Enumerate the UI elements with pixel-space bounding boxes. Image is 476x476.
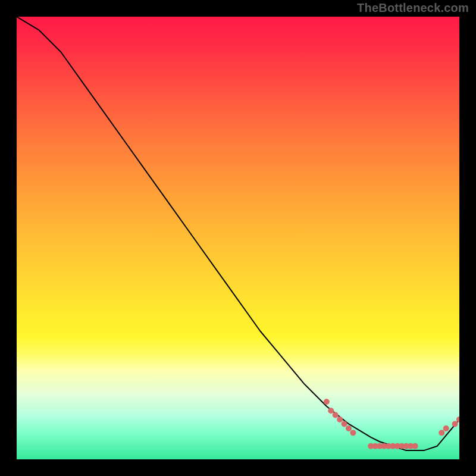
marker-dot (452, 421, 458, 427)
watermark-text: TheBottleneck.com (357, 1, 469, 15)
marker-dots (324, 399, 459, 449)
plot-area (17, 17, 459, 459)
marker-dot (342, 421, 347, 427)
marker-dot (337, 416, 343, 422)
marker-dot (350, 430, 356, 436)
marker-dot (324, 399, 330, 405)
marker-dot (328, 408, 334, 414)
marker-dot (456, 416, 459, 422)
bottleneck-curve (17, 17, 459, 450)
marker-dot (439, 430, 444, 436)
chart-svg (17, 17, 459, 459)
marker-dot (346, 425, 352, 431)
marker-dot (333, 412, 339, 418)
chart-container: TheBottleneck.com (0, 0, 476, 476)
marker-dot (443, 425, 449, 431)
marker-dot (412, 443, 418, 449)
